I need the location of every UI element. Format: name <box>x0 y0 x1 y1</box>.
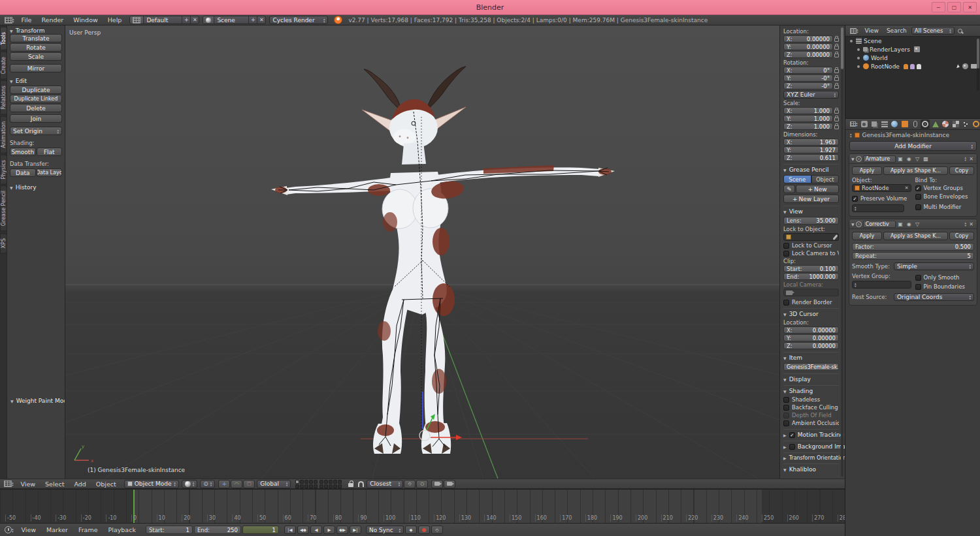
rest-source-select[interactable]: Original Coords▴▾ <box>894 293 974 301</box>
editor-type-button[interactable]: ▴▾ <box>849 120 859 129</box>
lock-icon[interactable] <box>834 77 839 81</box>
apply-as-shape-key-button[interactable]: Apply as Shape K... <box>883 232 948 240</box>
snap-toggle[interactable] <box>356 480 366 488</box>
modifier-name-field[interactable]: Armature <box>863 155 896 163</box>
delete-modifier-button[interactable]: ✕ <box>968 155 975 163</box>
add-modifier-dropdown[interactable]: Add Modifier ▴▾ <box>849 141 977 151</box>
render-visibility-toggle[interactable]: ▣ <box>897 155 904 163</box>
screen-layout-add-button[interactable]: + <box>182 16 190 24</box>
render-engine-select[interactable]: Cycles Render ▴▾ <box>269 16 328 24</box>
tab-xps[interactable]: XPS <box>0 233 7 253</box>
location-y-field[interactable]: Y:0.00000 <box>783 43 833 50</box>
outliner-menu-view[interactable]: View <box>862 27 882 34</box>
item-name-field[interactable]: Genesis3Female-sk... <box>783 363 839 371</box>
cursor-y-field[interactable]: Y:0.00000 <box>783 334 839 341</box>
duplicate-linked-button[interactable]: Duplicate Linked <box>10 95 62 103</box>
bone-envelopes-checkbox[interactable]: Bone Envelopes <box>915 193 975 200</box>
rotation-z-field[interactable]: Z:-0° <box>783 82 833 89</box>
background-images-checkbox[interactable] <box>789 444 795 450</box>
lock-icon[interactable] <box>834 38 839 42</box>
panel-item-header[interactable]: ▼Item <box>783 352 839 361</box>
tab-create[interactable]: Create <box>0 52 7 80</box>
jump-prev-keyframe-button[interactable]: ◀◆ <box>297 526 309 534</box>
edit-mode-toggle[interactable]: ▽ <box>914 155 921 163</box>
scale-z-field[interactable]: Z:1.000 <box>783 123 833 130</box>
outliner-row-scene[interactable]: Scene <box>845 37 980 45</box>
apply-button[interactable]: Apply <box>852 232 882 240</box>
panel-khalibloo-header[interactable]: ▼Khalibloo <box>783 464 839 473</box>
armature-object-field[interactable]: RootNode ✕ <box>852 184 911 192</box>
editor-type-button[interactable]: ▴▾ <box>848 27 860 35</box>
tab-object[interactable] <box>900 119 910 129</box>
only-smooth-checkbox[interactable]: Only Smooth <box>915 274 975 281</box>
location-x-field[interactable]: X:0.00000 <box>783 35 833 42</box>
apply-button[interactable]: Apply <box>852 166 882 175</box>
tab-tools[interactable]: Tools <box>0 27 7 50</box>
viewport-visibility-toggle[interactable]: ◉ <box>906 155 913 163</box>
lock-to-scene-toggle[interactable] <box>346 480 355 488</box>
multi-modifier-checkbox[interactable]: Multi Modifier <box>915 204 975 210</box>
timeline-menu-playback[interactable]: Playback <box>104 526 140 533</box>
layers-widget[interactable] <box>295 480 342 488</box>
gp-new-layer-button[interactable]: +New Layer <box>783 195 839 203</box>
expander-dot[interactable] <box>857 57 860 59</box>
lock-to-object-field[interactable] <box>783 233 839 241</box>
scale-x-field[interactable]: X:1.000 <box>783 107 833 114</box>
insert-keyframe-button[interactable]: ◇ <box>431 526 443 534</box>
modifier-armature-header[interactable]: ▼ Armature ▣ ◉ ▽ ▩ ▴▾ ✕ <box>849 154 977 164</box>
preserve-volume-checkbox[interactable]: Preserve Volume <box>852 195 911 202</box>
location-z-field[interactable]: Z:0.00000 <box>783 51 833 58</box>
menu-file[interactable]: File <box>17 16 37 24</box>
lock-icon[interactable] <box>834 54 839 57</box>
editor-type-button[interactable]: ▴▾ <box>3 16 16 24</box>
modifier-name-field[interactable]: Correctiv <box>863 221 896 228</box>
character-model[interactable] <box>271 67 615 454</box>
screen-layout-selector[interactable]: Default + ✕ <box>129 16 199 24</box>
scale-y-field[interactable]: Y:1.000 <box>783 115 833 122</box>
snap-target-button[interactable]: ◇ <box>404 480 416 488</box>
data-transfer-layout-button[interactable]: Data Layo <box>37 168 63 177</box>
opengl-render-image-button[interactable] <box>431 480 443 488</box>
play-button[interactable]: ▶ <box>323 526 335 534</box>
3d-viewport[interactable]: User Persp (1) Genesis3Female-skinInstan… <box>65 25 779 479</box>
clip-end-field[interactable]: End:1000.000 <box>783 273 839 280</box>
outliner-menu-search[interactable]: Search <box>883 27 910 34</box>
rotation-y-field[interactable]: Y:-0° <box>783 74 833 82</box>
repeat-slider[interactable]: Repeat:5 <box>852 252 974 260</box>
copy-button[interactable]: Copy <box>949 166 974 175</box>
shadeless-checkbox[interactable]: Shadeless <box>783 396 839 403</box>
breadcrumb-object-name[interactable]: Genesis3Female-skinInstance <box>862 132 950 138</box>
minimize-button[interactable]: ─ <box>932 2 945 12</box>
scene-selector[interactable]: Scene + ✕ <box>203 16 266 24</box>
panel-transform-header[interactable]: ▼Transform <box>10 27 62 34</box>
timeline-editor[interactable]: -50-40-30-20-100102030405060708090100110… <box>0 489 845 523</box>
vertex-group-field[interactable]: ▴▾ <box>852 204 904 212</box>
tab-render-layers[interactable] <box>870 119 879 129</box>
editor-type-button[interactable]: ▴▾ <box>2 480 16 488</box>
clip-start-field[interactable]: Start:0.100 <box>783 265 839 272</box>
set-origin-dropdown[interactable]: Set Origin▴▾ <box>10 127 62 135</box>
vertex-group-field[interactable]: ▴▾ <box>852 281 911 289</box>
tab-world[interactable] <box>890 119 900 129</box>
npanel-scrollbar[interactable] <box>841 27 843 477</box>
gp-object-toggle[interactable]: Object <box>811 175 840 183</box>
render-visibility-toggle[interactable]: ▣ <box>897 220 904 228</box>
outliner-row-rootnode[interactable]: RootNode <box>845 62 980 71</box>
lock-icon[interactable] <box>834 125 839 129</box>
tab-render[interactable] <box>860 119 870 129</box>
view3d-menu-object[interactable]: Object <box>91 481 121 488</box>
tab-object-data[interactable] <box>930 119 940 129</box>
restrict-view-icon[interactable] <box>962 63 968 69</box>
outliner-display-mode-select[interactable]: All Scenes▴▾ <box>911 27 955 35</box>
lock-icon[interactable] <box>834 110 839 114</box>
panel-view-header[interactable]: ▼View <box>783 206 839 215</box>
current-frame-field[interactable]: 1 <box>242 526 279 534</box>
rotation-x-field[interactable]: X:0° <box>783 67 833 74</box>
manipulator-translate-toggle[interactable]: + <box>218 480 230 488</box>
mirror-button[interactable]: Mirror <box>10 64 62 72</box>
restrict-select-icon[interactable] <box>956 64 960 69</box>
tab-grease-pencil[interactable]: Grease Pencil <box>0 185 7 231</box>
move-modifier-buttons[interactable]: ▴▾ <box>964 156 966 161</box>
panel-shading-header[interactable]: ▼Shading <box>783 385 839 394</box>
tab-animation[interactable]: Animation <box>0 116 7 153</box>
